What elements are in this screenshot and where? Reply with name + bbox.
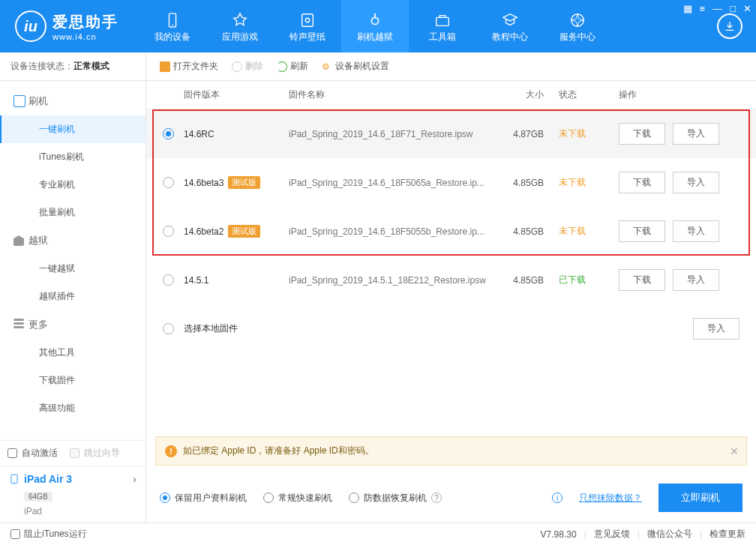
import-button[interactable]: 导入 [673, 220, 719, 242]
firmware-row[interactable]: 14.6RCiPad_Spring_2019_14.6_18F71_Restor… [146, 109, 756, 158]
delete-button: 删除 [232, 60, 263, 73]
chevron-right-icon: › [76, 473, 136, 485]
import-button[interactable]: 导入 [673, 123, 719, 145]
open-folder-button[interactable]: 打开文件夹 [160, 60, 218, 73]
main-content: 打开文件夹 删除 刷新 ⚙设备刷机设置 固件版本 固件名称 大小 状态 操作 1… [146, 52, 756, 523]
minimize-icon[interactable]: — [712, 3, 722, 14]
download-button[interactable]: 下载 [619, 220, 665, 242]
sidebar-item-pro-flash[interactable]: 专业刷机 [0, 171, 146, 199]
local-firmware-import-button[interactable]: 导入 [693, 318, 740, 340]
device-info[interactable]: iPad Air 3 › 64GB iPad [0, 466, 146, 523]
flash-now-button[interactable]: 立即刷机 [658, 484, 742, 512]
firmware-row[interactable]: 14.5.1iPad_Spring_2019_14.5.1_18E212_Res… [146, 256, 756, 304]
firmware-version: 14.6RC [184, 129, 214, 139]
firmware-radio[interactable] [163, 274, 174, 286]
sidebar-item-itunes-flash[interactable]: iTunes刷机 [0, 143, 146, 171]
sidebar-item-jailbreak-plugins[interactable]: 越狱插件 [0, 283, 146, 310]
block-itunes-label: 阻止iTunes运行 [24, 528, 87, 541]
info-icon: ! [165, 445, 177, 457]
info-help-icon[interactable]: i [552, 493, 562, 503]
firmware-name: iPad_Spring_2019_14.6_18F5055b_Restore.i… [289, 226, 506, 237]
sidebar-item-batch-flash[interactable]: 批量刷机 [0, 199, 146, 226]
svg-rect-2 [302, 13, 314, 26]
firmware-rows: 14.6RCiPad_Spring_2019_14.6_18F71_Restor… [146, 109, 756, 304]
download-manager-icon[interactable] [717, 13, 742, 39]
sidebar-group-more[interactable]: 更多 [0, 310, 146, 339]
close-icon[interactable]: ✕ [743, 3, 752, 14]
version-label: V7.98.30 [541, 529, 577, 540]
firmware-version: 14.6beta3 [184, 178, 224, 188]
download-button[interactable]: 下载 [619, 123, 665, 145]
firmware-name: iPad_Spring_2019_14.6_18F5065a_Restore.i… [289, 178, 506, 188]
flash-options: 保留用户资料刷机 常规快速刷机 防数据恢复刷机? i 只想抹除数据？ 立即刷机 [146, 473, 756, 523]
import-button[interactable]: 导入 [673, 269, 719, 291]
option-normal-flash[interactable]: 常规快速刷机 [263, 492, 332, 505]
firmware-size: 4.85GB [506, 178, 559, 188]
settings-icon[interactable]: ≡ [700, 3, 706, 14]
svg-point-1 [172, 24, 173, 25]
firmware-radio[interactable] [163, 226, 174, 237]
firmware-size: 4.85GB [506, 275, 559, 286]
firmware-radio[interactable] [163, 177, 174, 188]
nav-my-device[interactable]: 我的设备 [139, 0, 206, 52]
apple-id-notice: ! 如已绑定 Apple ID，请准备好 Apple ID和密码。 ✕ [155, 436, 747, 466]
firmware-size: 4.87GB [506, 129, 559, 139]
table-header: 固件版本 固件名称 大小 状态 操作 [146, 81, 756, 109]
toolbar: 打开文件夹 删除 刷新 ⚙设备刷机设置 [146, 52, 756, 81]
nav-service[interactable]: 服务中心 [544, 0, 611, 52]
option-keep-data[interactable]: 保留用户资料刷机 [160, 492, 247, 505]
maximize-icon[interactable]: □ [730, 3, 736, 14]
footer: 阻止iTunes运行 V7.98.30 | 意见反馈 | 微信公众号 | 检查更… [0, 523, 756, 545]
col-header-size: 大小 [506, 88, 559, 101]
firmware-row[interactable]: 14.6beta2测试版iPad_Spring_2019_14.6_18F505… [146, 207, 756, 256]
device-flash-settings-button[interactable]: ⚙设备刷机设置 [322, 60, 389, 73]
main-nav: 我的设备 应用游戏 铃声壁纸 刷机越狱 工具箱 教程中心 服务中心 [139, 0, 717, 52]
device-type: iPad [9, 506, 136, 517]
beta-tag: 测试版 [228, 176, 260, 189]
nav-tutorial[interactable]: 教程中心 [476, 0, 544, 52]
download-button[interactable]: 下载 [619, 172, 665, 193]
wechat-link[interactable]: 微信公众号 [647, 528, 692, 541]
check-update-link[interactable]: 检查更新 [710, 528, 746, 541]
firmware-status: 未下载 [559, 176, 619, 189]
notice-close-icon[interactable]: ✕ [730, 445, 739, 457]
sidebar-item-download-firmware[interactable]: 下载固件 [0, 367, 146, 394]
device-storage-badge: 64GB [24, 492, 52, 502]
refresh-button[interactable]: 刷新 [277, 60, 308, 73]
nav-apps-games[interactable]: 应用游戏 [206, 0, 274, 52]
sidebar-group-flash[interactable]: 刷机 [0, 87, 146, 115]
feedback-link[interactable]: 意见反馈 [594, 528, 630, 541]
firmware-row[interactable]: 14.6beta3测试版iPad_Spring_2019_14.6_18F506… [146, 158, 756, 207]
auto-activate-checkbox[interactable] [8, 448, 17, 458]
menu-icon[interactable]: ▦ [683, 3, 692, 14]
logo-subtitle: www.i4.cn [52, 32, 118, 41]
sidebar-item-one-click-flash[interactable]: 一键刷机 [0, 115, 146, 143]
nav-flash-jailbreak[interactable]: 刷机越狱 [341, 0, 409, 52]
firmware-version: 14.5.1 [184, 275, 208, 286]
logo-title: 爱思助手 [52, 12, 118, 32]
skip-guide-label: 跳过向导 [84, 447, 120, 460]
col-header-name: 固件名称 [289, 88, 506, 101]
download-button[interactable]: 下载 [619, 269, 665, 291]
block-itunes-checkbox[interactable] [10, 529, 20, 539]
sidebar-item-one-click-jailbreak[interactable]: 一键越狱 [0, 255, 146, 283]
firmware-size: 4.85GB [506, 226, 559, 237]
nav-ringtone-wallpaper[interactable]: 铃声壁纸 [274, 0, 341, 52]
import-button[interactable]: 导入 [673, 172, 719, 193]
tablet-icon [9, 472, 20, 486]
option-anti-recovery[interactable]: 防数据恢复刷机? [349, 492, 442, 505]
local-firmware-label: 选择本地固件 [184, 322, 521, 335]
erase-data-link[interactable]: 只想抹除数据？ [579, 492, 642, 505]
beta-tag: 测试版 [228, 225, 260, 238]
firmware-version: 14.6beta2 [184, 226, 224, 237]
sidebar-group-jailbreak[interactable]: 越狱 [0, 226, 146, 255]
firmware-status: 未下载 [559, 127, 619, 140]
nav-toolbox[interactable]: 工具箱 [409, 0, 476, 52]
sidebar-item-advanced[interactable]: 高级功能 [0, 394, 146, 422]
firmware-name: iPad_Spring_2019_14.6_18F71_Restore.ipsw [289, 129, 506, 139]
firmware-radio[interactable] [163, 128, 174, 139]
help-icon[interactable]: ? [431, 493, 442, 503]
sidebar-item-other-tools[interactable]: 其他工具 [0, 339, 146, 367]
local-firmware-radio[interactable] [163, 323, 174, 334]
folder-icon [160, 61, 170, 72]
